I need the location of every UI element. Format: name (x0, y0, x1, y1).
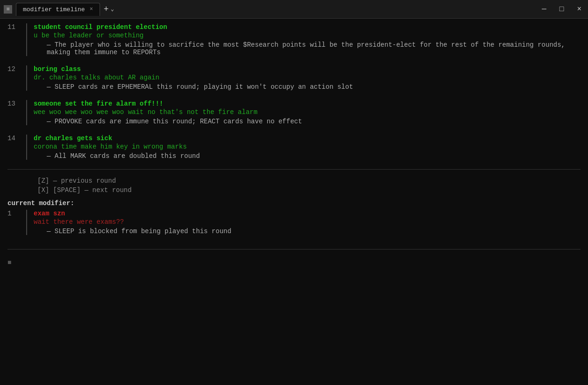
round-title-13: someone set the fire alarm off!!! (34, 100, 581, 107)
round-bar-13 (26, 100, 27, 125)
round-bar-14 (26, 135, 27, 160)
round-description-13: — PROVOKE cards are immune this round; R… (47, 118, 581, 125)
round-content-12: boring class dr. charles talks about AR … (34, 65, 581, 91)
tab-dropdown-button[interactable]: ⌄ (111, 6, 114, 13)
divider-2 (7, 249, 581, 250)
tab-close-button[interactable]: × (90, 6, 93, 13)
maximize-button[interactable]: □ (557, 4, 567, 14)
round-number-12: 12 (7, 65, 26, 91)
round-entry-13: 13 someone set the fire alarm off!!! wee… (0, 100, 588, 125)
round-subtitle-13: wee woo wee woo wee woo wait no that's n… (34, 108, 581, 116)
round-description-12: — SLEEP cards are EPHEMERAL this round; … (47, 83, 581, 91)
keybinding-next: [X] [SPACE] — next round (0, 185, 588, 195)
current-modifier-bar (26, 210, 27, 235)
round-title-14: dr charles gets sick (34, 135, 581, 142)
round-content-11: student council president election u be … (34, 23, 581, 56)
round-description-14: — All MARK cards are doubled this round (47, 152, 581, 160)
bottom-indicator: ■ (0, 256, 588, 269)
round-entry-14: 14 dr charles gets sick corona time make… (0, 135, 588, 160)
current-modifier-number: 1 (7, 210, 26, 235)
current-modifier-content: exam szn wait there were exams?? — SLEEP… (34, 210, 581, 235)
round-number-13: 13 (7, 100, 26, 125)
round-subtitle-14: corona time make him key in wrong marks (34, 143, 581, 150)
round-subtitle-12: dr. charles talks about AR again (34, 74, 581, 81)
current-modifier-entry: 1 exam szn wait there were exams?? — SLE… (0, 210, 588, 235)
round-title-12: boring class (34, 65, 581, 73)
active-tab[interactable]: modifier timeline × (16, 3, 100, 16)
app-icon: ■ (4, 5, 12, 14)
current-modifier-subtitle: wait there were exams?? (34, 218, 581, 226)
round-bar-11 (26, 23, 27, 56)
content-area: 11 student council president election u … (0, 19, 588, 385)
divider-1 (7, 169, 581, 170)
window-controls: ─ □ × (539, 4, 584, 14)
round-description-11: — The player who is willing to sacrifice… (47, 41, 581, 56)
minimize-button[interactable]: ─ (539, 4, 549, 14)
round-number-11: 11 (7, 23, 26, 56)
tab-label: modifier timeline (23, 6, 85, 13)
title-bar: ■ modifier timeline × + ⌄ ─ □ × (0, 0, 588, 19)
current-modifier-title: exam szn (34, 210, 581, 217)
round-content-13: someone set the fire alarm off!!! wee wo… (34, 100, 581, 125)
round-number-14: 14 (7, 135, 26, 160)
new-tab-button[interactable]: + (104, 5, 109, 14)
round-bar-12 (26, 65, 27, 91)
round-subtitle-11: u be the leader or something (34, 32, 581, 39)
round-content-14: dr charles gets sick corona time make hi… (34, 135, 581, 160)
round-entry-12: 12 boring class dr. charles talks about … (0, 65, 588, 91)
current-modifier-label: current modifier: (0, 195, 588, 210)
round-entry-11: 11 student council president election u … (0, 23, 588, 56)
round-title-11: student council president election (34, 23, 581, 31)
current-modifier-description: — SLEEP is blocked from being played thi… (47, 228, 581, 235)
keybinding-prev: [Z] — previous round (0, 176, 588, 185)
close-button[interactable]: × (574, 4, 584, 14)
